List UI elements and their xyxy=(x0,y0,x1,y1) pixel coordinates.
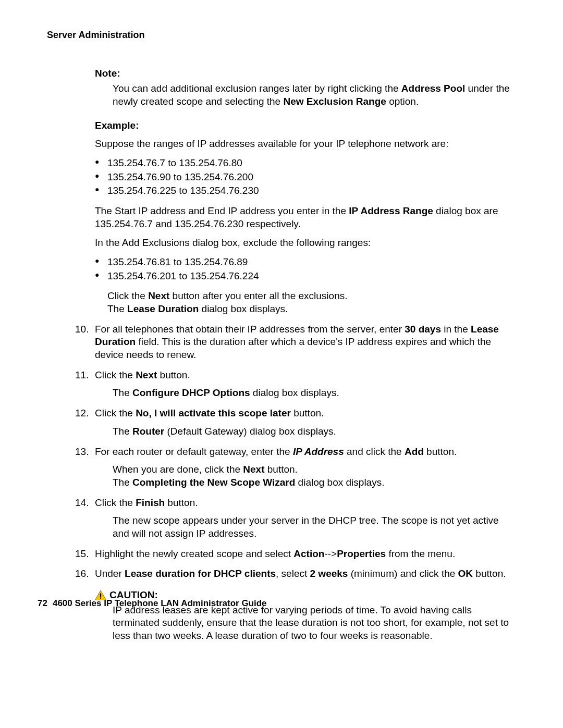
add-button-ref: Add xyxy=(405,446,424,457)
text: button. xyxy=(291,408,324,418)
step-16: 16. Under Lease duration for DHCP client… xyxy=(75,567,516,581)
text: For each router or default gateway, ente… xyxy=(95,446,293,457)
page-number: 72 xyxy=(38,598,47,609)
step-11: 11. Click the Next button. xyxy=(75,369,516,382)
text: The xyxy=(113,477,132,488)
next-button-ref: Next xyxy=(148,290,169,301)
example-label: Example: xyxy=(95,119,516,132)
step-14-sub: The new scope appears under your server … xyxy=(113,514,516,540)
page-footer: 724600 Series IP Telephone LAN Administr… xyxy=(38,598,267,609)
text: in the xyxy=(441,324,471,335)
text: When you are done, click the xyxy=(113,464,243,475)
text: button. xyxy=(265,464,298,475)
action-menu: Action xyxy=(293,548,324,559)
ok-button-ref: OK xyxy=(458,568,473,579)
step-number: 11. xyxy=(75,369,89,382)
text: The xyxy=(113,426,132,437)
step-13: 13. For each router or default gateway, … xyxy=(75,446,516,459)
next-button-ref: Next xyxy=(136,369,157,380)
lease-duration-clients: Lease duration for DHCP clients xyxy=(125,568,276,579)
step-number: 15. xyxy=(75,548,89,561)
step-number: 12. xyxy=(75,407,89,420)
text: option. xyxy=(386,96,419,107)
configure-dhcp-options: Configure DHCP Options xyxy=(132,387,250,398)
text: button. xyxy=(157,369,190,380)
exclude-list: 135.254.76.81 to 135.254.76.89 135.254.7… xyxy=(95,256,516,282)
properties-menu: Properties xyxy=(337,548,386,559)
text: Highlight the newly created scope and se… xyxy=(95,548,293,559)
caution-body: IP address leases are kept active for va… xyxy=(113,604,516,643)
exclude-intro: In the Add Exclusions dialog box, exclud… xyxy=(95,237,516,250)
ip-range-list: 135.254.76.7 to 135.254.76.80 135.254.76… xyxy=(95,157,516,198)
text: The Start IP address and End IP address … xyxy=(95,205,349,216)
note-label: Note: xyxy=(95,67,516,80)
text: The xyxy=(107,303,127,314)
thirty-days: 30 days xyxy=(405,324,441,335)
lease-duration-ref: Lease Duration xyxy=(127,303,199,314)
two-weeks: 2 weeks xyxy=(310,568,348,579)
text: dialog box displays. xyxy=(250,387,339,398)
step-12-sub: The Router (Default Gateway) dialog box … xyxy=(113,425,516,438)
step-13-sub: When you are done, click the Next button… xyxy=(113,463,516,489)
example-label-row: Example: xyxy=(95,119,516,132)
text: (minimum) and click the xyxy=(348,568,458,579)
list-item: 135.254.76.81 to 135.254.76.89 xyxy=(95,256,516,269)
text: Click the xyxy=(95,408,136,418)
example-intro: Suppose the ranges of IP addresses avail… xyxy=(95,138,516,151)
text: --> xyxy=(324,548,337,559)
text: field. This is the duration after which … xyxy=(95,336,491,360)
text: Click the xyxy=(95,369,136,380)
start-end-para: The Start IP address and End IP address … xyxy=(95,205,516,230)
text: Click the xyxy=(95,497,136,508)
text: (Default Gateway) dialog box displays. xyxy=(164,426,336,437)
text: Under xyxy=(95,568,125,579)
router-dialog: Router xyxy=(132,426,164,437)
step-12: 12. Click the No, I will activate this s… xyxy=(75,407,516,420)
list-item: 135.254.76.225 to 135.254.76.230 xyxy=(95,184,516,198)
text: dialog box displays. xyxy=(295,477,384,488)
text: button. xyxy=(165,497,198,508)
list-item: 135.254.76.201 to 135.254.76.224 xyxy=(95,270,516,283)
completing-wizard: Completing the New Scope Wizard xyxy=(132,477,295,488)
section-header: Server Administration xyxy=(47,29,516,41)
text: , select xyxy=(276,568,310,579)
step-number: 14. xyxy=(75,497,89,510)
note-body: You can add additional exclusion ranges … xyxy=(113,82,516,108)
next-button-ref: Next xyxy=(243,464,264,475)
footer-title: 4600 Series IP Telephone LAN Administrat… xyxy=(53,598,267,608)
note-block: Note: You can add additional exclusion r… xyxy=(95,67,516,108)
ip-address-range: IP Address Range xyxy=(349,205,433,216)
step-number: 16. xyxy=(75,567,89,581)
address-pool: Address Pool xyxy=(401,83,465,94)
step-number: 13. xyxy=(75,446,89,459)
list-item: 135.254.76.90 to 135.254.76.200 xyxy=(95,171,516,184)
list-item: 135.254.76.7 to 135.254.76.80 xyxy=(95,157,516,170)
text: button. xyxy=(473,568,506,579)
after-exclusions: Click the Next button after you enter al… xyxy=(107,290,516,315)
text: You can add additional exclusion ranges … xyxy=(113,83,401,94)
text: dialog box displays. xyxy=(199,303,288,314)
svg-rect-1 xyxy=(100,593,101,597)
text: button after you enter all the exclusion… xyxy=(169,290,347,301)
text: button. xyxy=(424,446,457,457)
text: and click the xyxy=(344,446,405,457)
new-exclusion-range: New Exclusion Range xyxy=(283,96,386,107)
step-number: 10. xyxy=(75,323,89,336)
step-11-sub: The Configure DHCP Options dialog box di… xyxy=(113,387,516,400)
activate-later: No, I will activate this scope later xyxy=(136,408,291,418)
step-14: 14. Click the Finish button. xyxy=(75,497,516,510)
step-10: 10. For all telephones that obtain their… xyxy=(75,323,516,362)
caution-block: CAUTION: IP address leases are kept acti… xyxy=(95,589,516,643)
text: Click the xyxy=(107,290,148,301)
step-15: 15. Highlight the newly created scope an… xyxy=(75,548,516,561)
text: from the menu. xyxy=(386,548,455,559)
ip-address-field: IP Address xyxy=(293,446,344,457)
finish-button-ref: Finish xyxy=(136,497,165,508)
text: For all telephones that obtain their IP … xyxy=(95,324,405,335)
text: The xyxy=(113,387,132,398)
